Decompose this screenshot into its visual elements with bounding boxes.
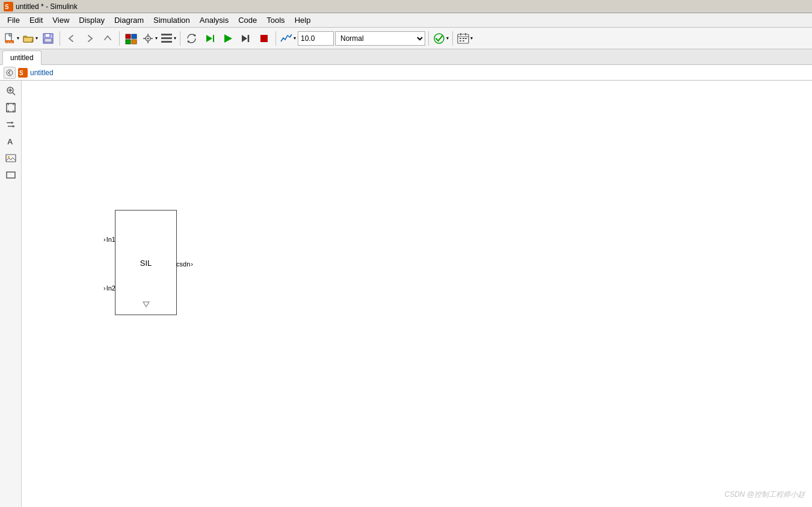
text-button[interactable]: A: [3, 134, 19, 149]
tab-bar: untitled: [0, 49, 812, 65]
menu-help[interactable]: Help: [290, 14, 316, 26]
svg-rect-36: [465, 38, 467, 39]
svg-rect-18: [161, 34, 172, 35]
menu-view[interactable]: View: [48, 14, 74, 26]
svg-rect-8: [126, 34, 131, 38]
svg-rect-6: [45, 34, 50, 37]
new-dropdown-arrow[interactable]: ▾: [17, 35, 19, 41]
back-button[interactable]: [63, 30, 80, 47]
tab-untitled[interactable]: untitled: [2, 51, 42, 65]
open-dropdown-arrow[interactable]: ▾: [35, 35, 38, 41]
svg-rect-28: [260, 35, 268, 42]
svg-rect-46: [7, 103, 15, 112]
svg-point-13: [147, 37, 149, 39]
check-button[interactable]: ▾: [432, 30, 449, 47]
step-forward-button[interactable]: [238, 30, 254, 47]
breadcrumb-bar: S untitled: [0, 65, 812, 81]
svg-marker-25: [224, 34, 232, 43]
image-button[interactable]: [3, 150, 19, 166]
svg-rect-52: [6, 155, 16, 162]
watermark: CSDN @控制工程师小赵: [724, 490, 805, 500]
breadcrumb-back-button[interactable]: [4, 67, 16, 79]
in1-port-arrow: › In1: [103, 236, 115, 243]
new-button[interactable]: NEW ▾: [2, 30, 20, 47]
data-inspector-arrow[interactable]: ▾: [294, 35, 296, 41]
settings-button[interactable]: ▾: [141, 30, 158, 47]
main-area: A › In1 SIL: [0, 81, 812, 507]
svg-rect-20: [161, 41, 172, 43]
zoom-in-button[interactable]: [3, 83, 19, 99]
open-button[interactable]: ▾: [21, 30, 38, 47]
layout-dropdown-arrow[interactable]: ▾: [174, 35, 176, 41]
rectangle-button[interactable]: [3, 167, 19, 183]
menu-code[interactable]: Code: [233, 14, 262, 26]
svg-marker-26: [242, 35, 247, 42]
title-bar: S untitled * - Simulink: [0, 0, 812, 13]
block-label: SIL: [115, 259, 176, 268]
check-dropdown-arrow[interactable]: ▾: [446, 35, 449, 41]
svg-marker-48: [11, 121, 14, 124]
svg-marker-50: [13, 125, 15, 128]
svg-rect-19: [161, 37, 172, 39]
left-sidebar: A: [0, 81, 22, 507]
svg-text:A: A: [7, 137, 13, 146]
svg-rect-38: [463, 40, 464, 41]
svg-rect-11: [132, 40, 137, 44]
data-inspector-button[interactable]: ▾: [279, 30, 297, 47]
title-text: untitled * - Simulink: [16, 2, 78, 11]
toolbar-separator-1: [60, 31, 60, 46]
in2-port-arrow: › In2: [103, 284, 115, 292]
menu-analysis[interactable]: Analysis: [195, 14, 233, 26]
play-button[interactable]: [220, 30, 236, 47]
svg-marker-23: [206, 35, 212, 42]
svg-text:S: S: [5, 4, 9, 10]
toolbar-separator-3: [180, 31, 180, 46]
out1-port-arrow: csdn ›: [176, 260, 193, 268]
svg-text:NEW: NEW: [7, 41, 13, 45]
up-button[interactable]: [99, 30, 116, 47]
menu-edit[interactable]: Edit: [25, 14, 48, 26]
svg-rect-35: [463, 38, 464, 39]
svg-point-53: [8, 156, 10, 158]
svg-rect-54: [7, 172, 15, 178]
canvas: › In1 SIL csdn › › In2: [22, 81, 812, 507]
schedule-dropdown-arrow[interactable]: ▾: [470, 35, 473, 41]
simulink-icon: S: [4, 2, 13, 11]
toolbar-separator-6: [452, 31, 453, 46]
toolbar-separator-2: [119, 31, 120, 46]
sim-time-input[interactable]: 10.0: [298, 31, 334, 46]
forward-button[interactable]: [81, 30, 98, 47]
layout-button[interactable]: ▾: [159, 30, 177, 47]
menu-file[interactable]: File: [2, 14, 25, 26]
menu-simulation[interactable]: Simulation: [149, 14, 195, 26]
settings-dropdown-arrow[interactable]: ▾: [155, 35, 158, 41]
svg-line-43: [13, 93, 15, 95]
sim-mode-select[interactable]: Normal Accelerator Rapid Accelerator SIL…: [335, 31, 425, 46]
update-model-button[interactable]: [183, 30, 200, 47]
svg-text:S: S: [19, 70, 23, 76]
library-button[interactable]: [123, 30, 140, 47]
schedule-button[interactable]: ▾: [456, 30, 473, 47]
block-down-arrow: [115, 299, 176, 310]
save-button[interactable]: [40, 30, 57, 47]
svg-rect-37: [460, 40, 461, 41]
breadcrumb-simulink-icon: S: [18, 68, 28, 78]
menu-bar: File Edit View Display Diagram Simulatio…: [0, 13, 812, 28]
menu-display[interactable]: Display: [74, 14, 109, 26]
svg-rect-7: [45, 38, 52, 42]
menu-tools[interactable]: Tools: [262, 14, 289, 26]
stop-button[interactable]: [256, 30, 272, 47]
toolbar: NEW ▾ ▾: [0, 28, 812, 49]
breadcrumb-label[interactable]: untitled: [30, 69, 54, 77]
routes-button[interactable]: [3, 117, 19, 132]
toolbar-separator-4: [275, 31, 276, 46]
menu-diagram[interactable]: Diagram: [109, 14, 149, 26]
svg-point-39: [7, 70, 13, 76]
toolbar-separator-5: [428, 31, 429, 46]
svg-rect-10: [126, 40, 131, 44]
svg-rect-34: [460, 38, 461, 39]
sil-block[interactable]: › In1 SIL csdn › › In2: [115, 210, 177, 315]
run-to-button[interactable]: [201, 30, 218, 47]
fit-view-button[interactable]: [3, 100, 19, 115]
svg-rect-9: [132, 34, 137, 38]
